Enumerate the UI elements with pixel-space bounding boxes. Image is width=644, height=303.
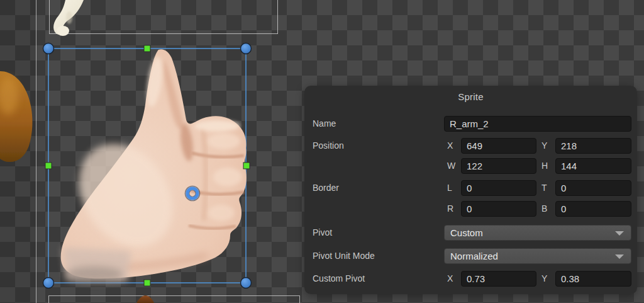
handle-edge-right[interactable] <box>243 163 250 169</box>
custom-pivot-x-prefix: X <box>447 271 461 287</box>
border-t-prefix: T <box>541 180 555 196</box>
sprite-brown-piece[interactable] <box>136 295 154 303</box>
border-b-field[interactable]: 0 <box>555 201 631 217</box>
position-x-field[interactable]: 649 <box>461 138 536 154</box>
sprite-hand-thumbs-up[interactable] <box>60 49 246 283</box>
handle-edge-bottom[interactable] <box>144 280 150 286</box>
custom-pivot-y-field[interactable]: 0.38 <box>555 271 631 287</box>
handle-edge-left[interactable] <box>45 163 52 169</box>
pivot-dropdown-value: Custom <box>450 227 483 238</box>
position-w-field[interactable]: 122 <box>461 158 536 174</box>
custom-pivot-y-prefix: Y <box>541 271 555 287</box>
pivot-unit-mode-dropdown-value: Normalized <box>450 251 498 261</box>
position-w-prefix: W <box>447 158 461 174</box>
panel-title: Sprite <box>304 91 637 102</box>
custom-pivot-label: Custom Pivot <box>313 271 365 287</box>
pivot-unit-mode-dropdown[interactable]: Normalized <box>444 248 631 264</box>
border-label: Border <box>313 180 339 196</box>
name-field[interactable]: R_arm_2 <box>444 116 631 132</box>
border-r-field[interactable]: 0 <box>461 201 536 217</box>
chevron-down-icon <box>615 231 624 236</box>
sprite-bone-piece[interactable] <box>53 0 84 36</box>
pivot-label: Pivot <box>313 225 332 241</box>
sprite-editor-canvas: Sprite Name Position Border Pivot Pivot … <box>0 0 644 303</box>
sprite-orange-piece[interactable] <box>0 71 33 162</box>
custom-pivot-x-field[interactable]: 0.73 <box>461 271 536 287</box>
handle-edge-top[interactable] <box>144 45 150 52</box>
handle-corner-bottom-left[interactable] <box>43 278 54 289</box>
border-r-prefix: R <box>447 201 461 217</box>
position-label: Position <box>313 138 344 154</box>
handle-corner-top-left[interactable] <box>43 43 54 54</box>
pivot-dropdown[interactable]: Custom <box>444 225 631 241</box>
handle-corner-top-right[interactable] <box>241 43 252 54</box>
position-y-field[interactable]: 218 <box>555 138 631 154</box>
position-x-prefix: X <box>447 138 461 154</box>
border-b-prefix: B <box>541 201 555 217</box>
border-t-field[interactable]: 0 <box>555 180 631 196</box>
pivot-unit-mode-label: Pivot Unit Mode <box>313 248 375 264</box>
name-label: Name <box>313 116 336 132</box>
position-h-field[interactable]: 144 <box>555 158 631 174</box>
handle-corner-bottom-right[interactable] <box>241 278 252 289</box>
position-h-prefix: H <box>541 158 555 174</box>
sprite-inspector-panel: Sprite Name Position Border Pivot Pivot … <box>304 86 637 294</box>
border-l-field[interactable]: 0 <box>461 180 536 196</box>
chevron-down-icon <box>615 254 624 259</box>
border-l-prefix: L <box>447 180 461 196</box>
position-y-prefix: Y <box>541 138 555 154</box>
